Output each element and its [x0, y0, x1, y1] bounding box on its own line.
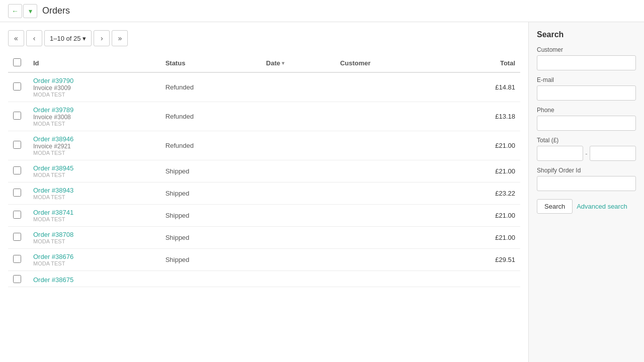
row-checkbox[interactable] [13, 255, 21, 263]
store-label: MODA TEST [33, 260, 155, 266]
date-label: Date [266, 59, 280, 67]
search-button[interactable]: Search [537, 199, 573, 214]
row-total-cell: £29.51 [441, 249, 520, 271]
row-total-cell: £23.22 [441, 183, 520, 205]
table-row: Order #38946Invoice #2921MODA TESTRefund… [8, 131, 520, 160]
page-range-selector[interactable]: 1–10 of 25 ▾ [44, 30, 92, 46]
row-id-cell: Order #38943MODA TEST [28, 183, 160, 205]
row-date-cell [261, 205, 335, 227]
row-customer-cell [335, 160, 441, 183]
row-checkbox[interactable] [13, 189, 21, 197]
col-total-header: Total [441, 54, 520, 72]
back-button[interactable]: ← [8, 4, 22, 18]
row-date-cell [261, 249, 335, 271]
next-page-button[interactable]: › [94, 30, 110, 46]
row-date-cell [261, 227, 335, 249]
order-link[interactable]: Order #39789 [33, 106, 155, 114]
content-area: « ‹ 1–10 of 25 ▾ › » Id Status [0, 22, 528, 362]
row-total-cell: £21.00 [441, 227, 520, 249]
page-title: Orders [42, 6, 70, 16]
row-checkbox-cell [8, 205, 28, 227]
row-status-cell: Shipped [160, 160, 261, 183]
order-link[interactable]: Order #38943 [33, 187, 155, 194]
row-id-cell: Order #38945MODA TEST [28, 160, 160, 183]
table-row: Order #38741MODA TESTShipped£21.00 [8, 205, 520, 227]
select-all-header [8, 54, 28, 72]
first-page-button[interactable]: « [8, 30, 24, 46]
row-checkbox[interactable] [13, 166, 21, 174]
top-bar: ← ▾ Orders [0, 0, 644, 22]
row-total-cell: £21.00 [441, 160, 520, 183]
table-row: Order #39790Invoice #3009MODA TESTRefund… [8, 72, 520, 102]
order-link[interactable]: Order #38675 [33, 276, 155, 284]
row-id-cell: Order #38741MODA TEST [28, 205, 160, 227]
row-date-cell [261, 102, 335, 131]
row-id-cell: Order #39789Invoice #3008MODA TEST [28, 102, 160, 131]
row-checkbox-cell [8, 160, 28, 183]
row-checkbox-cell [8, 271, 28, 287]
order-link[interactable]: Order #38708 [33, 231, 155, 238]
row-checkbox[interactable] [13, 275, 21, 283]
store-label: MODA TEST [33, 150, 155, 156]
table-row: Order #38708MODA TESTShipped£21.00 [8, 227, 520, 249]
customer-input[interactable] [537, 55, 636, 70]
row-checkbox-cell [8, 72, 28, 102]
row-date-cell [261, 271, 335, 287]
total-max-input[interactable] [590, 146, 636, 161]
order-link[interactable]: Order #38946 [33, 135, 155, 143]
table-row: Order #39789Invoice #3008MODA TESTRefund… [8, 102, 520, 131]
table-header-row: Id Status Date ▾ Customer Total [8, 54, 520, 72]
total-field-group: Total (£) - [537, 137, 636, 161]
search-actions: Search Advanced search [537, 199, 636, 214]
total-range-inputs: - [537, 146, 636, 161]
row-id-cell: Order #39790Invoice #3009MODA TEST [28, 72, 160, 102]
row-total-cell: £13.18 [441, 102, 520, 131]
row-total-cell: £21.00 [441, 205, 520, 227]
row-checkbox[interactable] [13, 211, 21, 219]
dropdown-button[interactable]: ▾ [23, 4, 37, 18]
row-id-cell: Order #38946Invoice #2921MODA TEST [28, 131, 160, 160]
total-min-input[interactable] [537, 146, 583, 161]
row-customer-cell [335, 102, 441, 131]
row-date-cell [261, 160, 335, 183]
order-link[interactable]: Order #38741 [33, 209, 155, 216]
advanced-search-button[interactable]: Advanced search [577, 203, 627, 210]
select-all-checkbox[interactable] [13, 58, 21, 66]
customer-label: Customer [537, 46, 636, 53]
search-panel-title: Search [537, 30, 636, 39]
row-checkbox-cell [8, 249, 28, 271]
row-checkbox[interactable] [13, 233, 21, 241]
row-status-cell [160, 271, 261, 287]
row-checkbox[interactable] [13, 112, 21, 120]
last-page-button[interactable]: » [112, 30, 128, 46]
shopify-input[interactable] [537, 176, 636, 191]
shopify-field-group: Shopify Order Id [537, 167, 636, 191]
row-checkbox[interactable] [13, 141, 21, 149]
phone-label: Phone [537, 107, 636, 114]
page-range-label: 1–10 of 25 [50, 35, 80, 42]
store-label: MODA TEST [33, 121, 155, 127]
main-area: « ‹ 1–10 of 25 ▾ › » Id Status [0, 22, 644, 362]
order-link[interactable]: Order #38676 [33, 253, 155, 260]
phone-input[interactable] [537, 116, 636, 131]
email-input[interactable] [537, 85, 636, 101]
col-status-header: Status [160, 54, 261, 72]
row-customer-cell [335, 131, 441, 160]
row-customer-cell [335, 271, 441, 287]
row-customer-cell [335, 249, 441, 271]
row-total-cell [441, 271, 520, 287]
order-link[interactable]: Order #39790 [33, 77, 155, 84]
col-date-header[interactable]: Date ▾ [261, 54, 335, 72]
row-date-cell [261, 131, 335, 160]
range-dropdown-icon: ▾ [83, 35, 86, 42]
row-checkbox[interactable] [13, 82, 21, 90]
prev-page-button[interactable]: ‹ [26, 30, 42, 46]
invoice-text: Invoice #2921 [33, 143, 155, 150]
order-link[interactable]: Order #38945 [33, 164, 155, 172]
row-checkbox-cell [8, 227, 28, 249]
shopify-label: Shopify Order Id [537, 167, 636, 174]
search-sidebar: Search Customer E-mail Phone Total (£) - [528, 22, 644, 362]
email-field-group: E-mail [537, 76, 636, 101]
row-checkbox-cell [8, 102, 28, 131]
row-customer-cell [335, 205, 441, 227]
